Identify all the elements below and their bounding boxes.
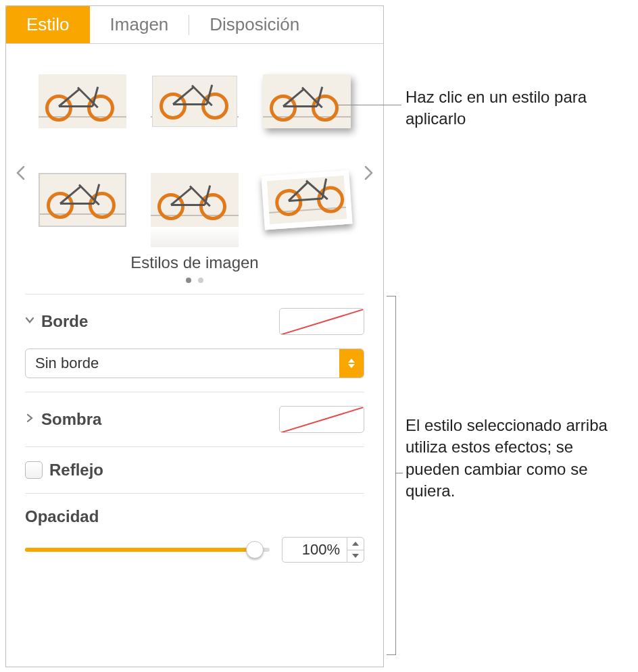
style-thumbnail-6[interactable] [253,159,360,240]
callout-line [338,105,401,105]
tab-image-label: Imagen [110,14,169,35]
callout-line-2 [396,473,403,473]
reflection-title-row: Reflejo [25,461,103,480]
slider-thumb[interactable] [246,541,264,559]
style-thumbnail-grid [33,64,356,237]
reflection-section: Reflejo [25,446,364,493]
opacity-title: Opacidad [25,507,364,526]
style-thumbnail-5[interactable] [144,163,245,237]
opacity-section: Opacidad 100% [25,493,364,576]
style-thumbnail-3[interactable] [256,64,358,138]
styles-caption: Estilos de imagen [33,253,356,272]
callout-bracket [387,296,396,655]
slider-fill [25,548,255,552]
border-preview-swatch[interactable] [279,308,364,335]
chevron-right-icon [364,167,374,184]
opacity-stepper [347,537,364,563]
styles-page-dots [33,278,356,283]
opacity-value-input[interactable]: 100% [282,537,347,563]
style-thumbnail-1[interactable] [32,64,133,138]
shadow-preview-swatch[interactable] [279,406,364,433]
tab-arrange-label: Disposición [210,14,299,35]
chevron-right-icon [25,413,34,425]
styles-prev-button[interactable] [9,159,32,191]
style-thumbnail-4[interactable] [32,163,133,237]
opacity-step-up[interactable] [347,538,364,550]
tab-style[interactable]: Estilo [6,6,90,43]
reflection-header: Reflejo [25,461,364,480]
shadow-header: Sombra [25,406,364,433]
callout-styles: Haz clic en un estilo para aplicarlo [406,86,622,130]
page-dot-2[interactable] [198,278,203,283]
reflection-title: Reflejo [49,461,103,480]
dropdown-arrows-icon [339,349,364,378]
opacity-step-down[interactable] [347,550,364,563]
border-header: Borde [25,308,364,335]
opacity-controls: 100% [25,537,364,563]
style-thumbnail-2[interactable] [144,64,245,138]
opacity-label: Opacidad [25,507,99,526]
chevron-down-icon [25,315,34,328]
border-title: Borde [41,312,88,331]
tab-arrange[interactable]: Disposición [189,6,320,43]
shadow-title-row[interactable]: Sombra [25,410,101,429]
shadow-title: Sombra [41,410,101,429]
tab-style-label: Estilo [26,14,70,35]
border-type-value: Sin borde [26,355,339,372]
shadow-section: Sombra [25,392,364,446]
inspector-tabs: Estilo Imagen Disposición [6,6,383,44]
border-title-row[interactable]: Borde [25,312,88,331]
format-inspector-panel: Estilo Imagen Disposición [5,5,384,667]
chevron-left-icon [16,167,25,184]
styles-next-button[interactable] [358,159,381,191]
opacity-field: 100% [282,537,364,563]
image-styles-area: Estilos de imagen [6,44,383,294]
callout-effects: El estilo seleccionado arriba utiliza es… [406,415,629,502]
page-dot-1[interactable] [186,278,191,283]
border-type-select[interactable]: Sin borde [25,348,364,378]
tab-image[interactable]: Imagen [90,6,189,43]
reflection-checkbox[interactable] [25,461,43,479]
opacity-slider[interactable] [25,540,270,560]
border-section: Borde Sin borde [25,294,364,392]
